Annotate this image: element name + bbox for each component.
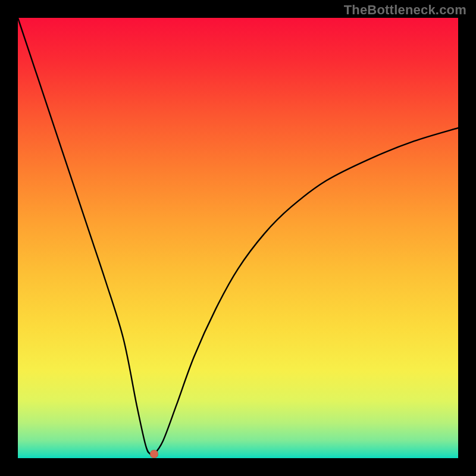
bottleneck-curve xyxy=(18,18,458,458)
plot-area xyxy=(18,18,458,458)
chart-container: TheBottleneck.com xyxy=(0,0,476,476)
watermark-text: TheBottleneck.com xyxy=(344,2,466,18)
minimum-marker xyxy=(150,450,158,458)
